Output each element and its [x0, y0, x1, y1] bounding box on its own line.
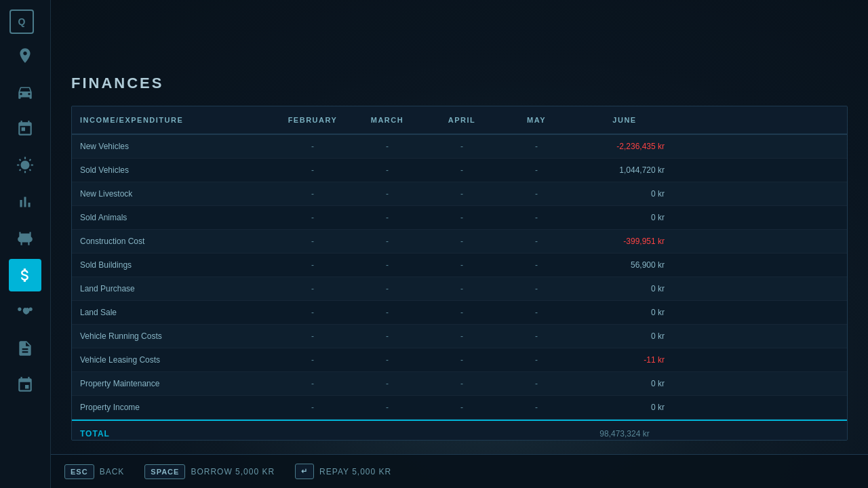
table-row: Vehicle Leasing Costs - - - - -11 kr: [72, 348, 847, 372]
table-row: Land Sale - - - - 0 kr: [72, 301, 847, 325]
content-area: FINANCES INCOME/EXPENDITURE FEBRUARY MAR…: [51, 0, 868, 454]
row-may-1: -: [499, 159, 574, 182]
row-label-sold-animals: Sold Animals: [72, 206, 275, 229]
row-jun-0: -2,236,435 kr: [574, 135, 675, 158]
repay-action[interactable]: ↵ REPAY 5,000 KR: [295, 464, 391, 479]
sidebar-item-stats[interactable]: [9, 186, 41, 218]
sidebar-item-map[interactable]: [9, 39, 41, 72]
col-header-may: MAY: [499, 106, 574, 134]
col-header-mar: MARCH: [350, 106, 425, 134]
esc-key: ESC: [64, 464, 94, 479]
sidebar-item-calendar[interactable]: [9, 113, 41, 145]
sidebar-item-production[interactable]: [9, 369, 41, 401]
table-row: Sold Vehicles - - - - 1,044,720 kr: [72, 159, 847, 182]
finances-table: INCOME/EXPENDITURE FEBRUARY MARCH APRIL …: [71, 106, 848, 441]
row-apr-0: -: [425, 135, 499, 158]
back-action[interactable]: ESC BACK: [64, 464, 124, 479]
table-row: Sold Animals - - - - 0 kr: [72, 206, 847, 230]
row-label-land-sale: Land Sale: [72, 301, 275, 324]
sidebar-item-animals[interactable]: [9, 296, 41, 328]
table-row: Sold Buildings - - - - 56,900 kr: [72, 253, 847, 277]
enter-key: ↵: [295, 464, 314, 479]
page-title: FINANCES: [71, 75, 848, 92]
sidebar-item-farm[interactable]: [9, 222, 41, 255]
row-label-prop-maintenance: Property Maintenance: [72, 372, 275, 395]
table-row: Property Maintenance - - - - 0 kr: [72, 372, 847, 396]
table-header: INCOME/EXPENDITURE FEBRUARY MARCH APRIL …: [72, 106, 847, 135]
row-label-sold-buildings: Sold Buildings: [72, 253, 275, 277]
col-header-apr: APRIL: [425, 106, 499, 134]
table-row: New Livestock - - - - 0 kr: [72, 182, 847, 206]
borrow-action[interactable]: SPACE BORROW 5,000 KR: [144, 464, 275, 479]
row-mar-0: -: [350, 135, 425, 158]
row-label-new-livestock: New Livestock: [72, 182, 275, 205]
row-label-construction: Construction Cost: [72, 230, 275, 253]
row-label-new-vehicles: New Vehicles: [72, 135, 275, 158]
borrow-label: BORROW 5,000 KR: [191, 467, 275, 476]
summary-row-total: TOTAL 98,473,324 kr: [72, 421, 847, 441]
row-label-prop-income: Property Income: [72, 396, 275, 419]
total-value: 98,473,324 kr: [574, 421, 675, 441]
row-may-0: -: [499, 135, 574, 158]
row-label-land-purchase: Land Purchase: [72, 277, 275, 300]
row-mar-1: -: [350, 159, 425, 182]
table-row: Construction Cost - - - - -399,951 kr: [72, 230, 847, 253]
col-header-jun: JUNE: [574, 106, 675, 134]
table-row: Land Purchase - - - - 0 kr: [72, 277, 847, 301]
col-header-feb: FEBRUARY: [275, 106, 350, 134]
col-header-income: INCOME/EXPENDITURE: [72, 106, 275, 134]
row-label-sold-vehicles: Sold Vehicles: [72, 159, 275, 182]
row-feb-1: -: [275, 159, 350, 182]
space-key: SPACE: [144, 464, 185, 479]
sidebar: Q: [0, 0, 51, 488]
q-button[interactable]: Q: [9, 9, 34, 34]
table-body: New Vehicles - - - - -2,236,435 kr Sold …: [72, 135, 847, 420]
row-label-vehicle-running: Vehicle Running Costs: [72, 325, 275, 348]
total-label: TOTAL: [72, 421, 275, 441]
row-apr-1: -: [425, 159, 499, 182]
row-jun-1: 1,044,720 kr: [574, 159, 675, 182]
table-row: Vehicle Running Costs - - - - 0 kr: [72, 325, 847, 348]
row-label-vehicle-leasing: Vehicle Leasing Costs: [72, 348, 275, 371]
sidebar-item-vehicles[interactable]: [9, 76, 41, 108]
table-row: New Vehicles - - - - -2,236,435 kr: [72, 135, 847, 159]
sidebar-item-weather[interactable]: [9, 149, 41, 182]
repay-label: REPAY 5,000 KR: [319, 467, 391, 476]
row-feb-0: -: [275, 135, 350, 158]
table-row: Property Income - - - - 0 kr: [72, 396, 847, 420]
summary-section: TOTAL 98,473,324 kr BALANCE 99,938,940 k…: [72, 420, 847, 441]
bottom-bar: ESC BACK SPACE BORROW 5,000 KR ↵ REPAY 5…: [51, 454, 868, 488]
back-label: BACK: [100, 467, 125, 476]
sidebar-item-contracts[interactable]: [9, 332, 41, 365]
sidebar-item-finances[interactable]: [9, 259, 41, 291]
